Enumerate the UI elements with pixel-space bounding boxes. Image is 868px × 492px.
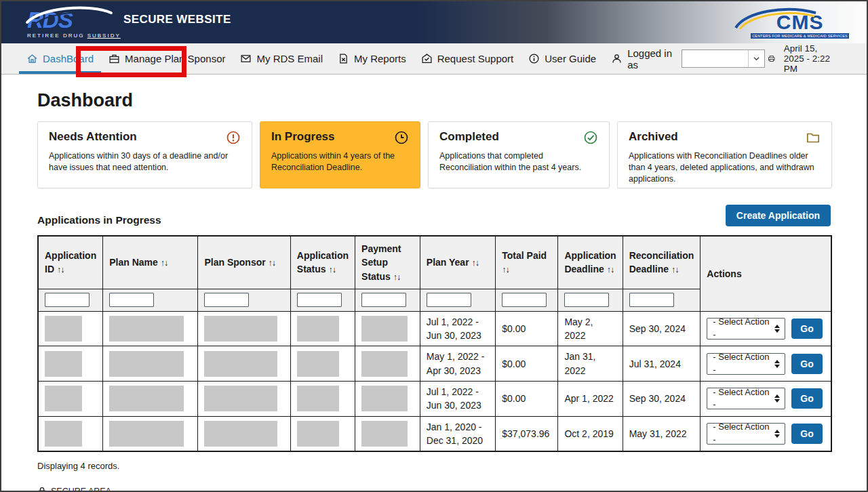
col-application-id[interactable]: Application ID ↑↓: [38, 236, 103, 289]
redacted-application-status: [297, 386, 339, 411]
site-header: RDS RETIREE DRUG SUBSIDY SECURE WEBSITE …: [1, 1, 867, 43]
redacted-application-id: [45, 351, 82, 377]
nav-item-label: User Guide: [545, 53, 596, 64]
filter-application-deadline[interactable]: [564, 293, 609, 307]
card-description: Applications with Reconciliation Deadlin…: [629, 150, 821, 185]
card-title: Completed: [439, 130, 499, 144]
go-button[interactable]: Go: [791, 319, 822, 339]
rds-swoosh-icon: [22, 5, 115, 25]
cms-swoosh-icon: [732, 7, 820, 30]
filter-plan-sponsor[interactable]: [204, 293, 249, 307]
envelope-check-icon: [421, 53, 433, 64]
reconciliation-deadline-cell: Jul 31, 2024: [623, 346, 701, 382]
select-carets-icon: [774, 360, 780, 368]
check-circle-icon: [583, 130, 598, 145]
redacted-payment-setup-status: [361, 386, 408, 411]
briefcase-icon: [108, 53, 120, 64]
redacted-application-status: [297, 351, 339, 377]
filter-payment-setup-status[interactable]: [361, 293, 406, 307]
nav-item-label: DashBoard: [43, 53, 94, 64]
action-select[interactable]: - Select Action -: [707, 353, 785, 375]
nav-item-label: Manage Plan Sponsor: [125, 53, 225, 64]
rds-logo: RDS RETIREE DRUG SUBSIDY: [27, 6, 110, 39]
filter-reconciliation-deadline[interactable]: [629, 293, 674, 307]
current-datetime: April 15, 2025 - 2:22 PM: [784, 43, 838, 74]
redacted-plan-name: [109, 386, 184, 411]
filter-application-status[interactable]: [297, 293, 342, 307]
redacted-application-id: [45, 421, 82, 447]
nav-item-dashboard[interactable]: DashBoard: [19, 43, 101, 74]
info-icon: [528, 53, 540, 64]
alert-circle-icon: [226, 130, 241, 145]
select-carets-icon: [774, 430, 780, 438]
plan-year-cell: Jan 1, 2020 - Dec 31, 2020: [420, 416, 495, 451]
col-plan-year[interactable]: Plan Year ↑↓: [420, 236, 495, 289]
rds-logo-subtitle: RETIREE DRUG SUBSIDY: [27, 33, 110, 39]
col-reconciliation-deadline[interactable]: Reconciliation Deadline ↑↓: [623, 236, 701, 289]
nav-right: April 15, 2025 - 2:22 PM: [768, 43, 849, 74]
filter-application-id[interactable]: [45, 293, 90, 307]
redacted-application-status: [297, 421, 339, 447]
col-payment-setup-status[interactable]: Payment Setup Status ↑↓: [355, 236, 420, 289]
total-paid-cell: $0.00: [496, 311, 558, 346]
sort-icon: ↑↓: [393, 272, 401, 282]
create-application-button[interactable]: Create Application: [726, 205, 831, 226]
redacted-plan-name: [109, 316, 184, 342]
card-completed[interactable]: Completed Applications that completed Re…: [428, 121, 610, 188]
redacted-plan-sponsor: [204, 351, 277, 377]
main-nav: DashBoard Manage Plan Sponsor My RDS Ema…: [1, 43, 867, 75]
go-button[interactable]: Go: [791, 388, 822, 409]
filter-total-paid[interactable]: [502, 293, 547, 307]
card-description: Applications within 4 years of the Recon…: [271, 150, 409, 173]
printer-icon[interactable]: [768, 52, 776, 66]
sort-icon: ↑↓: [671, 265, 679, 274]
total-paid-cell: $0.00: [496, 382, 558, 417]
cms-logo: CMS CENTERS FOR MEDICARE & MEDICAID SERV…: [751, 6, 857, 39]
go-button[interactable]: Go: [791, 354, 822, 374]
col-application-status[interactable]: Application Status ↑↓: [290, 236, 355, 289]
nav-item-manage-plan-sponsor[interactable]: Manage Plan Sponsor: [101, 43, 233, 74]
go-button[interactable]: Go: [791, 424, 822, 444]
card-title: Archived: [629, 130, 678, 144]
table-row: Jul 1, 2022 - Jun 30, 2023 $0.00 Apr 1, …: [38, 382, 831, 417]
nav-item-my-reports[interactable]: My Reports: [330, 43, 414, 74]
plan-year-cell: Jul 1, 2022 - Jun 30, 2023: [420, 311, 495, 346]
nav-item-user-guide[interactable]: User Guide: [521, 43, 604, 74]
application-deadline-cell: May 2, 2022: [558, 311, 623, 346]
nav-item-my-rds-email[interactable]: My RDS Email: [233, 43, 330, 74]
card-needs-attention[interactable]: Needs Attention Applications within 30 d…: [37, 121, 252, 188]
col-actions: Actions: [701, 236, 831, 311]
card-description: Applications within 30 days of a deadlin…: [49, 150, 241, 173]
nav-item-request-support[interactable]: Request Support: [414, 43, 521, 74]
card-description: Applications that completed Reconciliati…: [439, 150, 598, 173]
card-in-progress[interactable]: In Progress Applications within 4 years …: [260, 121, 420, 188]
home-icon: [26, 53, 38, 64]
col-application-deadline[interactable]: Application Deadline ↑↓: [558, 236, 623, 289]
action-select[interactable]: - Select Action -: [707, 388, 785, 409]
col-plan-sponsor[interactable]: Plan Sponsor ↑↓: [198, 236, 290, 289]
logged-in-label: Logged in as: [627, 47, 677, 70]
filter-plan-name[interactable]: [109, 293, 154, 307]
cms-logo-subtitle: CENTERS FOR MEDICARE & MEDICAID SERVICES: [751, 33, 849, 39]
redacted-payment-setup-status: [361, 316, 408, 342]
total-paid-cell: $37,073.96: [496, 416, 558, 451]
sort-icon: ↑↓: [471, 258, 479, 268]
lock-icon: [37, 487, 47, 492]
table-section-header: Applications in Progress Create Applicat…: [37, 205, 831, 226]
sort-icon: ↑↓: [269, 258, 276, 268]
table-heading: Applications in Progress: [37, 214, 161, 226]
redacted-application-id: [45, 316, 82, 342]
table-header-row: Application ID ↑↓ Plan Name ↑↓ Plan Spon…: [38, 236, 831, 289]
secure-area-indicator: SECURE AREA: [37, 487, 831, 492]
col-plan-name[interactable]: Plan Name ↑↓: [103, 236, 198, 289]
clock-icon: [394, 130, 409, 145]
card-archived[interactable]: Archived Applications with Reconciliatio…: [617, 121, 832, 188]
action-select[interactable]: - Select Action -: [707, 423, 785, 445]
folder-icon: [806, 130, 821, 145]
col-total-paid[interactable]: Total Paid ↑↓: [496, 236, 558, 289]
sort-icon: ↑↓: [607, 265, 614, 274]
logged-in-user-select[interactable]: [682, 49, 766, 68]
filter-plan-year[interactable]: [427, 293, 471, 307]
redacted-plan-name: [109, 351, 184, 377]
action-select[interactable]: - Select Action -: [707, 318, 785, 340]
